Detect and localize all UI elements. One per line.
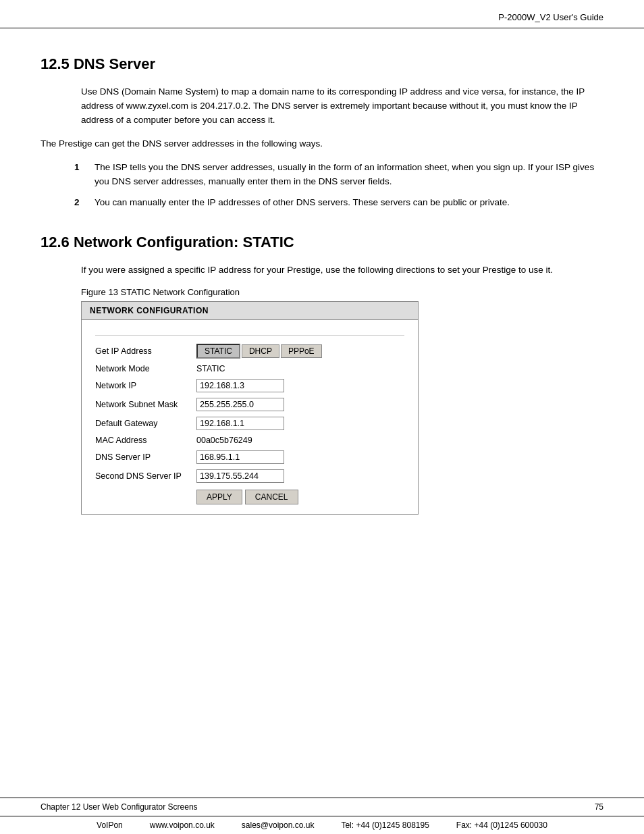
network-mode-value: STATIC	[196, 364, 225, 373]
footer-company: VoIPon	[97, 820, 123, 830]
netconfig-box: NETWORK CONFIGURATION Get IP Address STA…	[81, 301, 419, 515]
list-num-2: 2	[74, 196, 80, 210]
page-footer: Chapter 12 User Web Configurator Screens…	[0, 798, 644, 834]
section1-para2: The Prestige can get the DNS server addr…	[41, 137, 603, 151]
btn-dhcp[interactable]: DHCP	[242, 344, 279, 358]
subnet-mask-input[interactable]	[196, 398, 284, 411]
dns2-row: Second DNS Server IP	[95, 469, 404, 483]
page-container: P-2000W_V2 User's Guide 12.5 DNS Server …	[0, 0, 644, 834]
list-text-2: You can manually enter the IP addresses …	[95, 197, 510, 207]
get-ip-label: Get IP Address	[95, 346, 196, 356]
footer-right: 75	[595, 802, 603, 812]
mac-row: MAC Address 00a0c5b76249	[95, 436, 404, 445]
ip-mode-buttons: STATIC DHCP PPPoE	[196, 344, 322, 359]
section2: 12.6 Network Configuration: STATIC If yo…	[41, 234, 603, 515]
header-title: P-2000W_V2 User's Guide	[498, 12, 603, 22]
dns2-input[interactable]	[196, 469, 284, 483]
mac-value: 00a0c5b76249	[196, 436, 252, 445]
apply-button[interactable]: APPLY	[196, 490, 242, 504]
footer-email: sales@voipon.co.uk	[242, 820, 315, 830]
section2-para1: If you were assigned a specific IP addre…	[81, 263, 603, 278]
footer-fax: Fax: +44 (0)1245 600030	[456, 820, 547, 830]
main-content: 12.5 DNS Server Use DNS (Domain Name Sys…	[0, 28, 644, 555]
mac-label: MAC Address	[95, 436, 196, 445]
btn-static[interactable]: STATIC	[196, 344, 240, 359]
cancel-button[interactable]: CANCEL	[245, 490, 298, 504]
netconfig-body: Get IP Address STATIC DHCP PPPoE Network…	[82, 320, 418, 514]
footer-tel: Tel: +44 (0)1245 808195	[341, 820, 429, 830]
list-item-1: 1 The ISP tells you the DNS server addre…	[81, 161, 603, 189]
section2-heading: 12.6 Network Configuration: STATIC	[41, 234, 603, 251]
page-header: P-2000W_V2 User's Guide	[0, 0, 644, 28]
list-item-2: 2 You can manually enter the IP addresse…	[81, 196, 603, 210]
footer-bottom: VoIPon www.voipon.co.uk sales@voipon.co.…	[0, 816, 644, 834]
network-ip-input[interactable]	[196, 379, 284, 392]
subnet-mask-row: Network Subnet Mask	[95, 398, 404, 411]
network-mode-row: Network Mode STATIC	[95, 364, 404, 373]
section1-para1: Use DNS (Domain Name System) to map a do…	[81, 85, 603, 128]
network-ip-row: Network IP	[95, 379, 404, 392]
netconfig-divider	[95, 335, 404, 336]
get-ip-row: Get IP Address STATIC DHCP PPPoE	[95, 344, 404, 359]
list-text-1: The ISP tells you the DNS server address…	[95, 162, 594, 186]
network-mode-label: Network Mode	[95, 364, 196, 373]
figure-caption: Figure 13 STATIC Network Configuration	[81, 287, 603, 297]
action-row: APPLY CANCEL	[95, 490, 404, 504]
netconfig-header: NETWORK CONFIGURATION	[82, 302, 418, 320]
gateway-row: Default Gateway	[95, 417, 404, 430]
list-num-1: 1	[74, 161, 80, 175]
footer-website: www.voipon.co.uk	[150, 820, 215, 830]
network-ip-label: Network IP	[95, 381, 196, 390]
gateway-label: Default Gateway	[95, 419, 196, 428]
figure-label: Figure 13	[81, 287, 118, 297]
dns-input[interactable]	[196, 450, 284, 464]
subnet-mask-label: Network Subnet Mask	[95, 400, 196, 409]
footer-left: Chapter 12 User Web Configurator Screens	[41, 802, 198, 812]
section1-list: 1 The ISP tells you the DNS server addre…	[81, 161, 603, 210]
btn-pppoe[interactable]: PPPoE	[281, 344, 322, 358]
footer-top: Chapter 12 User Web Configurator Screens…	[0, 798, 644, 816]
dns-label: DNS Server IP	[95, 452, 196, 462]
figure-caption-text: STATIC Network Configuration	[118, 287, 240, 297]
dns2-label: Second DNS Server IP	[95, 471, 196, 481]
dns-row: DNS Server IP	[95, 450, 404, 464]
section1-heading: 12.5 DNS Server	[41, 55, 603, 73]
gateway-input[interactable]	[196, 417, 284, 430]
